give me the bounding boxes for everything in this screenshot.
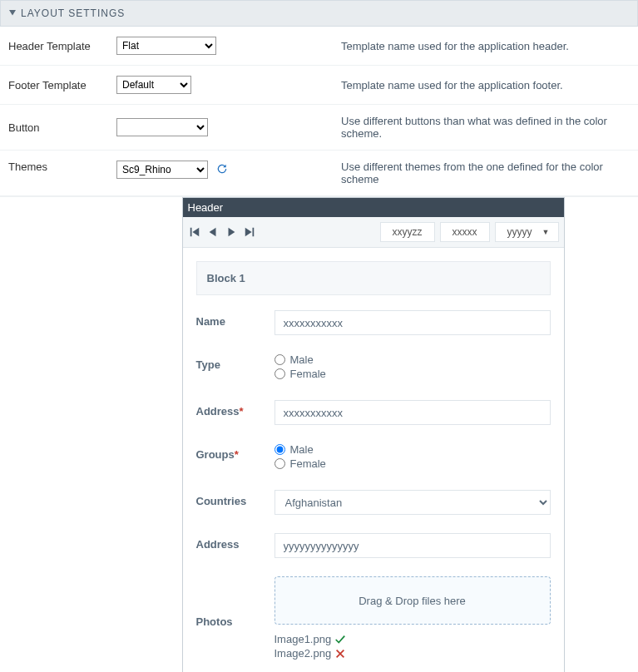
preview-header: Header bbox=[183, 198, 564, 217]
svg-marker-0 bbox=[9, 10, 16, 15]
row-address-req: Address* bbox=[196, 400, 551, 425]
row-type: Type Male Female bbox=[196, 353, 551, 382]
nav-last-icon[interactable] bbox=[243, 225, 256, 239]
check-icon bbox=[334, 634, 346, 645]
svg-marker-4 bbox=[228, 228, 235, 237]
nav-next-icon[interactable] bbox=[225, 225, 238, 239]
row-themes: Themes Sc9_Rhino Use different themes fr… bbox=[0, 151, 638, 196]
row-header-template: Header Template Flat Template name used … bbox=[0, 27, 638, 66]
desc-header-template: Template name used for the application h… bbox=[333, 27, 638, 66]
block-title: Block 1 bbox=[196, 261, 551, 295]
input-address[interactable] bbox=[274, 533, 551, 558]
svg-marker-5 bbox=[245, 228, 251, 237]
nav-first-icon[interactable] bbox=[188, 225, 201, 239]
label-type: Type bbox=[196, 353, 266, 371]
select-button[interactable] bbox=[116, 118, 208, 136]
nav-prev-icon[interactable] bbox=[206, 225, 220, 239]
label-address: Address bbox=[196, 533, 266, 551]
svg-marker-3 bbox=[209, 228, 215, 237]
svg-marker-2 bbox=[192, 228, 199, 237]
desc-themes: Use different themes from the one define… bbox=[333, 151, 638, 196]
label-button: Button bbox=[0, 105, 108, 151]
preview-toolbar: xxyyzz xxxxx yyyyy ▼ bbox=[183, 217, 564, 248]
label-groups: Groups* bbox=[196, 443, 266, 461]
radio-type-female[interactable] bbox=[274, 368, 285, 379]
label-countries: Countries bbox=[196, 490, 266, 507]
refresh-icon[interactable] bbox=[216, 163, 228, 177]
toolbar-dropdown[interactable]: yyyyy ▼ bbox=[495, 222, 559, 242]
row-countries: Countries Afghanistan bbox=[196, 490, 551, 515]
row-groups: Groups* Male Female bbox=[196, 443, 551, 472]
input-name[interactable] bbox=[274, 310, 551, 335]
file-line-1: Image1.png bbox=[274, 633, 551, 645]
input-address-req[interactable] bbox=[274, 400, 551, 425]
x-icon bbox=[334, 648, 346, 660]
radio-groups-male[interactable] bbox=[274, 444, 285, 455]
desc-footer-template: Template name used for the application f… bbox=[333, 66, 638, 105]
theme-preview: Header xxyyzz xxxxx yyyyy ▼ Block 1 Name bbox=[182, 197, 565, 672]
collapse-icon bbox=[9, 10, 16, 17]
label-themes: Themes bbox=[0, 151, 108, 196]
svg-rect-6 bbox=[252, 228, 254, 237]
label-header-template: Header Template bbox=[0, 27, 108, 66]
radio-groups-female[interactable] bbox=[274, 458, 285, 469]
label-address-req: Address* bbox=[196, 400, 266, 418]
desc-button: Use different buttons than what was defi… bbox=[333, 105, 638, 151]
file-line-2: Image2.png bbox=[274, 647, 551, 660]
section-header[interactable]: LAYOUT SETTINGS bbox=[0, 0, 638, 27]
row-name: Name bbox=[196, 310, 551, 335]
row-button: Button Use different buttons than what w… bbox=[0, 105, 638, 151]
row-footer-template: Footer Template Default Template name us… bbox=[0, 66, 638, 105]
chevron-down-icon: ▼ bbox=[542, 228, 550, 236]
label-photos: Photos bbox=[196, 610, 266, 628]
settings-table: Header Template Flat Template name used … bbox=[0, 27, 638, 196]
select-countries[interactable]: Afghanistan bbox=[274, 490, 551, 515]
dropzone[interactable]: Drag & Drop files here bbox=[274, 576, 551, 625]
label-footer-template: Footer Template bbox=[0, 66, 108, 105]
label-name: Name bbox=[196, 310, 266, 328]
select-footer-template[interactable]: Default bbox=[116, 76, 191, 94]
toolbar-tab-2[interactable]: xxxxx bbox=[440, 222, 490, 242]
select-themes[interactable]: Sc9_Rhino bbox=[116, 161, 208, 179]
select-header-template[interactable]: Flat bbox=[116, 37, 216, 55]
radio-type-male[interactable] bbox=[274, 354, 285, 365]
svg-rect-1 bbox=[190, 228, 191, 237]
toolbar-tab-1[interactable]: xxyyzz bbox=[380, 222, 435, 242]
row-address: Address bbox=[196, 533, 551, 558]
row-photos: Photos Drag & Drop files here Image1.png… bbox=[196, 576, 551, 661]
section-title: LAYOUT SETTINGS bbox=[21, 7, 125, 19]
